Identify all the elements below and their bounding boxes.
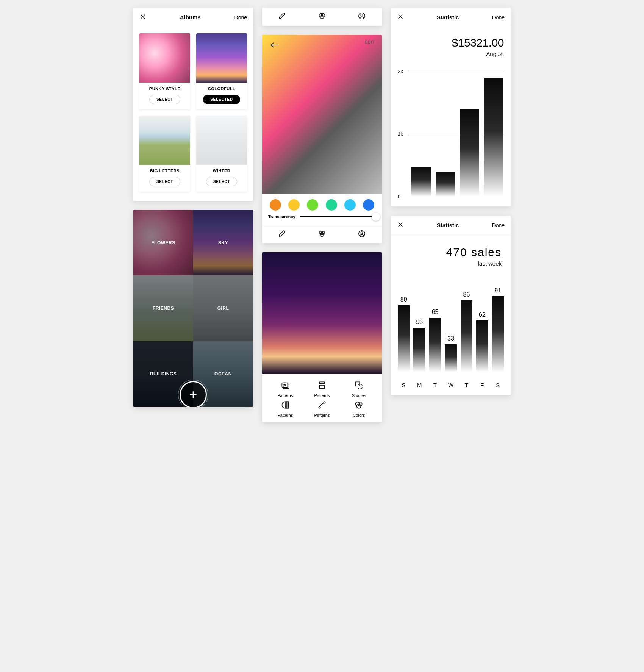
color-swatch[interactable] — [326, 199, 337, 211]
image-editor: EDIT Transparency — [262, 35, 382, 243]
categories-screen: FLOWERSSKYFRIENDSGIRLBUILDINGSOCEAN — [133, 210, 253, 407]
done-button[interactable]: Done — [492, 222, 505, 228]
album-card[interactable]: COLORFULL SELECTED — [196, 33, 247, 109]
bar-column: 91 — [492, 287, 504, 372]
bar-value-label: 91 — [494, 287, 501, 294]
tool-patterns[interactable]: Patterns — [267, 380, 303, 398]
album-name: COLORFULL — [199, 86, 244, 91]
stat-subtitle: last week — [400, 260, 502, 267]
album-thumbnail — [139, 116, 190, 165]
tool-patterns[interactable]: Patterns — [267, 400, 303, 417]
select-pill[interactable]: SELECT — [206, 177, 237, 186]
album-thumbnail — [196, 116, 247, 165]
album-name: WINTER — [199, 169, 244, 173]
category-label: SKY — [218, 240, 228, 245]
bar — [492, 296, 504, 372]
tool-patterns[interactable]: Patterns — [304, 380, 339, 398]
x-tick-label: T — [429, 382, 441, 388]
albums-title: Albums — [180, 14, 201, 20]
transparency-slider[interactable] — [300, 216, 376, 217]
tool-icon — [354, 400, 364, 410]
close-icon[interactable] — [397, 13, 404, 22]
color-swatch[interactable] — [344, 199, 356, 211]
editor-canvas[interactable]: EDIT — [262, 35, 382, 194]
pencil-icon[interactable] — [278, 230, 286, 239]
close-icon[interactable] — [139, 13, 146, 22]
tool-patterns[interactable]: Patterns — [304, 400, 339, 417]
bar — [445, 344, 456, 372]
tool-shapes[interactable]: Shapes — [341, 380, 377, 398]
profile-icon[interactable] — [358, 230, 366, 239]
overlap-icon[interactable] — [318, 230, 326, 239]
select-pill[interactable]: SELECT — [149, 177, 180, 186]
editor-toolbar-card — [262, 8, 382, 26]
overlap-icon[interactable] — [318, 12, 326, 22]
category-flowers[interactable]: FLOWERS — [133, 210, 193, 275]
svg-rect-13 — [319, 382, 324, 383]
add-button[interactable] — [180, 381, 207, 407]
color-swatch[interactable] — [363, 199, 374, 211]
y-tick-label: 1k — [398, 131, 403, 137]
y-zero: 0 — [398, 194, 400, 200]
bar-column: 62 — [476, 311, 488, 372]
bar-value-label: 86 — [463, 291, 470, 298]
back-icon[interactable] — [267, 40, 281, 50]
bar — [429, 318, 441, 372]
category-girl[interactable]: GIRL — [193, 275, 253, 341]
bar — [461, 300, 472, 372]
album-card[interactable]: BIG LETTERS SELECT — [139, 116, 190, 192]
tool-label: Colors — [353, 413, 365, 417]
bar-value-label: 80 — [400, 296, 407, 303]
tool-colors[interactable]: Colors — [341, 400, 377, 417]
tool-icon — [317, 380, 327, 390]
stat-value: 470 sales — [400, 246, 502, 259]
category-label: FLOWERS — [151, 240, 175, 245]
x-tick-label: S — [398, 382, 410, 388]
bar — [436, 172, 455, 197]
done-button[interactable]: Done — [492, 14, 505, 20]
color-swatch[interactable] — [288, 199, 300, 211]
album-name: PUNKY STYLE — [142, 86, 187, 91]
category-label: BUILDINGS — [150, 371, 177, 377]
slider-knob[interactable] — [372, 213, 380, 221]
color-swatch[interactable] — [307, 199, 318, 211]
album-card[interactable]: WINTER SELECT — [196, 116, 247, 192]
bar — [476, 320, 488, 372]
select-pill[interactable]: SELECT — [149, 95, 180, 104]
weekly-bar-chart: 80536533866291 SMTWTFS — [391, 270, 511, 395]
album-thumbnail — [139, 33, 190, 83]
category-label: GIRL — [217, 306, 229, 311]
pencil-icon[interactable] — [278, 12, 286, 22]
x-tick-label: S — [492, 382, 504, 388]
svg-point-19 — [319, 406, 320, 408]
album-card[interactable]: PUNKY STYLE SELECT — [139, 33, 190, 109]
tool-label: Patterns — [314, 413, 330, 417]
category-sky[interactable]: SKY — [193, 210, 253, 275]
tool-label: Shapes — [352, 393, 366, 398]
album-thumbnail — [196, 33, 247, 83]
preview-image — [262, 252, 382, 374]
svg-point-9 — [361, 231, 363, 234]
statistic-week: Statistic Done 470 sales last week 80536… — [391, 216, 511, 395]
svg-rect-15 — [356, 382, 360, 386]
color-swatch[interactable] — [270, 199, 281, 211]
edit-label[interactable]: EDIT — [365, 40, 375, 44]
bar — [398, 305, 410, 372]
albums-screen: Albums Done PUNKY STYLE SELECT COLORFULL… — [133, 8, 253, 201]
profile-icon[interactable] — [358, 12, 366, 22]
tool-label: Patterns — [314, 393, 330, 398]
svg-rect-18 — [287, 402, 288, 408]
category-friends[interactable]: FRIENDS — [133, 275, 193, 341]
transparency-label: Transparency — [268, 214, 295, 219]
album-name: BIG LETTERS — [142, 169, 187, 173]
svg-rect-10 — [282, 383, 288, 388]
done-button[interactable]: Done — [234, 14, 247, 20]
tool-label: Patterns — [277, 393, 293, 398]
selected-pill[interactable]: SELECTED — [203, 95, 240, 104]
x-tick-label: M — [413, 382, 425, 388]
bar — [411, 167, 431, 197]
close-icon[interactable] — [397, 221, 404, 230]
statistic-title: Statistic — [437, 222, 459, 228]
tool-label: Patterns — [277, 413, 293, 417]
bar — [484, 78, 503, 197]
